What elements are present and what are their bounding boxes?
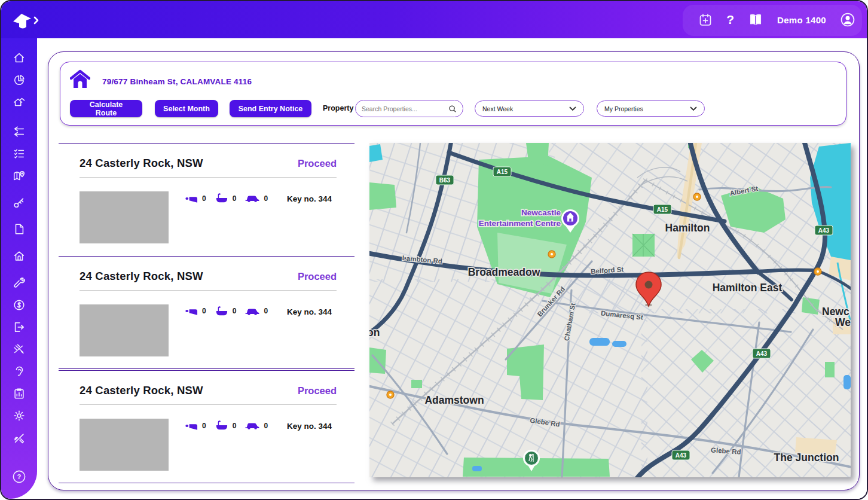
property-stats: 0 0 0 — [184, 193, 273, 204]
bed-icon — [184, 194, 198, 203]
car-count: 0 — [264, 422, 268, 430]
svg-text:A15: A15 — [657, 206, 668, 213]
content-container: 79/677 Binheam St, CALAMVALE 4116 Calcul… — [48, 51, 860, 490]
app-window: ? Demo 1400 — [0, 0, 868, 500]
route-shield-a43: A43 — [672, 450, 690, 460]
svg-text:Entertainment Centre: Entertainment Centre — [479, 219, 561, 228]
document-icon[interactable] — [12, 222, 26, 236]
dollar-circle-icon[interactable] — [12, 298, 26, 312]
bath-count: 0 — [233, 307, 237, 315]
svg-text:Hamilton East: Hamilton East — [713, 282, 783, 294]
svg-text:We: We — [835, 316, 851, 328]
calendar-plus-icon[interactable] — [698, 12, 713, 28]
svg-text:A43: A43 — [676, 452, 687, 459]
property-filter-label: Property — [323, 104, 353, 112]
transfer-arrows-icon[interactable] — [12, 124, 26, 139]
checklist-icon[interactable] — [12, 147, 26, 161]
sidebar-nav: ? — [1, 38, 37, 499]
route-shield-a15: A15 — [653, 205, 671, 214]
car-icon — [245, 307, 259, 316]
app-logo-icon[interactable] — [10, 10, 43, 31]
car-count: 0 — [264, 307, 268, 315]
search-input[interactable] — [362, 105, 448, 112]
property-header-card: 79/677 Binheam St, CALAMVALE 4116 Calcul… — [60, 62, 846, 126]
door-exit-icon[interactable] — [12, 320, 26, 334]
property-stats: 0 0 0 — [184, 420, 273, 431]
property-search — [355, 100, 463, 117]
bed-count: 0 — [202, 307, 206, 315]
properties-icon[interactable] — [12, 95, 26, 109]
crossed-tools-icon[interactable] — [12, 342, 26, 356]
property-photo-placeholder[interactable] — [80, 419, 169, 471]
properties-select[interactable]: My Properties — [597, 100, 705, 117]
proceed-link[interactable]: Proceed — [298, 158, 337, 169]
book-icon[interactable] — [747, 12, 764, 28]
svg-text:Hamilton: Hamilton — [665, 222, 710, 234]
wrench-icon[interactable] — [12, 275, 26, 289]
property-title: 24 Casterly Rock, NSW — [80, 270, 203, 283]
property-card: 24 Casterly Rock, NSW Proceed 0 0 0 — [59, 143, 354, 256]
help-icon[interactable]: ? — [726, 13, 734, 27]
divider — [80, 290, 337, 291]
map-pin-icon[interactable] — [12, 169, 26, 183]
house-door-icon[interactable] — [12, 249, 26, 263]
key-icon[interactable] — [12, 196, 26, 210]
bath-icon — [215, 420, 228, 431]
car-icon — [245, 194, 259, 203]
key-number: Key no. 344 — [287, 194, 332, 203]
ear-icon[interactable] — [12, 364, 26, 379]
route-shield-a15: A15 — [493, 167, 511, 176]
svg-text:on: on — [369, 327, 380, 339]
property-photo-placeholder[interactable] — [80, 191, 169, 243]
top-bar: ? Demo 1400 — [1, 1, 867, 38]
svg-text:A43: A43 — [818, 227, 830, 234]
route-shield-a43: A43 — [753, 349, 771, 358]
user-label[interactable]: Demo 1400 — [777, 15, 826, 25]
chevron-down-icon — [690, 106, 697, 111]
user-avatar-icon[interactable] — [839, 11, 856, 28]
divider — [80, 404, 337, 405]
svg-text:A15: A15 — [497, 169, 508, 175]
bed-icon — [184, 421, 198, 431]
property-list: 24 Casterly Rock, NSW Proceed 0 0 0 — [59, 143, 354, 483]
svg-text:Newcastle: Newcastle — [521, 208, 561, 217]
svg-text:Broadmeadow: Broadmeadow — [468, 266, 540, 278]
gear-icon[interactable] — [12, 408, 26, 423]
pie-chart-icon[interactable] — [12, 73, 26, 87]
svg-text:Newc: Newc — [822, 306, 849, 318]
property-title: 24 Casterly Rock, NSW — [80, 384, 203, 397]
key-number: Key no. 344 — [287, 422, 332, 431]
map[interactable]: B63 A15 A15 A43 — [369, 143, 851, 477]
property-card: 24 Casterly Rock, NSW Proceed 0 0 0 — [59, 370, 354, 483]
help-circle-icon[interactable]: ? — [12, 469, 26, 484]
calculate-route-button[interactable]: Calculate Route — [70, 100, 142, 117]
home-icon[interactable] — [12, 51, 26, 65]
car-icon — [245, 421, 259, 430]
bath-icon — [215, 306, 228, 317]
svg-text:?: ? — [17, 473, 22, 480]
tools-icon[interactable] — [12, 431, 26, 446]
bath-count: 0 — [233, 422, 237, 430]
svg-text:A43: A43 — [756, 350, 768, 357]
search-icon[interactable] — [448, 105, 457, 113]
bed-icon — [184, 306, 198, 316]
proceed-link[interactable]: Proceed — [298, 271, 337, 282]
property-address: 79/677 Binheam St, CALAMVALE 4116 — [102, 77, 252, 86]
select-month-button[interactable]: Select Month — [155, 100, 218, 117]
main-area: 79/677 Binheam St, CALAMVALE 4116 Calcul… — [37, 38, 867, 499]
bath-icon — [215, 193, 228, 204]
bed-count: 0 — [202, 194, 206, 203]
send-entry-notice-button[interactable]: Send Entry Notice — [230, 100, 311, 117]
bath-count: 0 — [233, 194, 237, 203]
property-photo-placeholder[interactable] — [80, 304, 169, 356]
svg-text:Adamstown: Adamstown — [424, 394, 484, 406]
svg-text:The Junction: The Junction — [774, 452, 839, 464]
week-select[interactable]: Next Week — [475, 100, 584, 117]
proceed-link[interactable]: Proceed — [298, 385, 337, 397]
route-shield-b63: B63 — [436, 175, 454, 185]
chevron-down-icon — [569, 106, 576, 111]
key-number: Key no. 344 — [287, 307, 332, 316]
house-icon — [70, 69, 90, 93]
clipboard-chart-icon[interactable] — [12, 386, 26, 401]
property-card: 24 Casterly Rock, NSW Proceed 0 0 0 — [59, 256, 354, 369]
